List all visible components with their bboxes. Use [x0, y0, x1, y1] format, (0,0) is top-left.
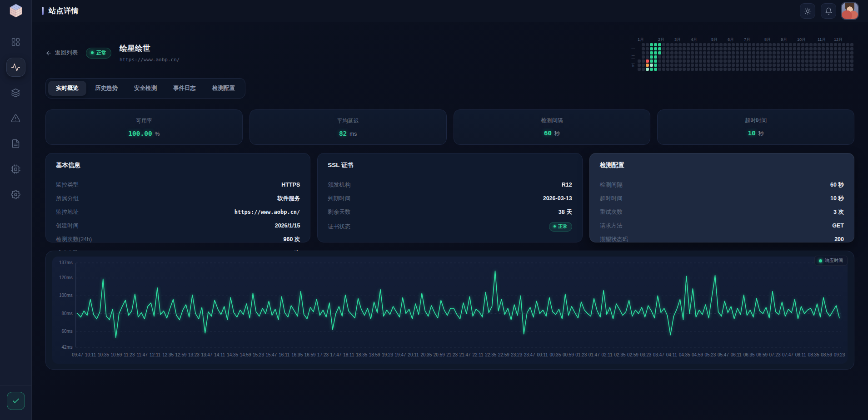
heatmap-cell[interactable]: [748, 47, 751, 50]
heatmap-cell[interactable]: [736, 68, 739, 71]
heatmap-cell[interactable]: [736, 43, 739, 46]
heatmap-cell[interactable]: [715, 43, 718, 46]
heatmap-cell[interactable]: [842, 47, 845, 50]
heatmap-cell[interactable]: [703, 51, 706, 54]
app-logo-cube[interactable]: [0, 0, 32, 22]
heatmap-cell[interactable]: [662, 55, 665, 59]
heatmap-cell[interactable]: [801, 59, 804, 63]
heatmap-cell[interactable]: [666, 64, 669, 67]
heatmap-cell[interactable]: [674, 55, 678, 59]
heatmap-cell[interactable]: [666, 68, 669, 71]
heatmap-cell[interactable]: [777, 59, 780, 63]
heatmap-cell[interactable]: [785, 47, 788, 50]
sidebar-item-monitors[interactable]: [6, 58, 25, 77]
heatmap-cell[interactable]: [695, 59, 698, 63]
heatmap-cell[interactable]: [711, 43, 714, 46]
heatmap-cell[interactable]: [723, 51, 727, 54]
heatmap-cell[interactable]: [756, 43, 759, 46]
heatmap-cell[interactable]: [646, 59, 649, 63]
heatmap-cell[interactable]: [752, 68, 755, 71]
heatmap-cell[interactable]: [842, 43, 845, 46]
heatmap-cell[interactable]: [646, 47, 649, 50]
heatmap-cell[interactable]: [764, 68, 768, 71]
heatmap-cell[interactable]: [846, 47, 849, 50]
heatmap-cell[interactable]: [732, 51, 735, 54]
heatmap-cell[interactable]: [813, 43, 817, 46]
heatmap-cell[interactable]: [764, 43, 768, 46]
heatmap-cell[interactable]: [789, 64, 792, 67]
heatmap-cell[interactable]: [842, 51, 845, 54]
heatmap-cell[interactable]: [670, 51, 673, 54]
heatmap-cell[interactable]: [760, 51, 763, 54]
heatmap-cell[interactable]: [785, 51, 788, 54]
heatmap-cell[interactable]: [740, 59, 743, 63]
heatmap-cell[interactable]: [773, 55, 776, 59]
heatmap-cell[interactable]: [813, 47, 817, 50]
heatmap-cell[interactable]: [838, 59, 841, 63]
heatmap-cell[interactable]: [703, 64, 706, 67]
heatmap-cell[interactable]: [658, 55, 661, 59]
heatmap-cell[interactable]: [842, 55, 845, 59]
heatmap-cell[interactable]: [826, 43, 829, 46]
heatmap-cell[interactable]: [670, 59, 673, 63]
heatmap-cell[interactable]: [646, 64, 649, 67]
heatmap-cell[interactable]: [699, 43, 702, 46]
heatmap-cell[interactable]: [822, 59, 825, 63]
heatmap-cell[interactable]: [834, 59, 837, 63]
heatmap-cell[interactable]: [809, 47, 813, 50]
heatmap-cell[interactable]: [756, 59, 759, 63]
user-avatar[interactable]: [842, 3, 858, 19]
heatmap-cell[interactable]: [662, 68, 665, 71]
heatmap-cell[interactable]: [666, 47, 669, 50]
heatmap-cell[interactable]: [842, 68, 845, 71]
heatmap-cell[interactable]: [793, 68, 796, 71]
heatmap-cell[interactable]: [670, 47, 673, 50]
heatmap-cell[interactable]: [683, 64, 686, 67]
heatmap-cell[interactable]: [752, 64, 755, 67]
sidebar-item-dashboard[interactable]: [6, 32, 25, 51]
heatmap-cell[interactable]: [662, 47, 665, 50]
heatmap-cell[interactable]: [732, 64, 735, 67]
heatmap-cell[interactable]: [838, 43, 841, 46]
heatmap-cell[interactable]: [818, 55, 821, 59]
heatmap-cell[interactable]: [670, 43, 673, 46]
heatmap-cell[interactable]: [748, 59, 751, 63]
heatmap-cell[interactable]: [846, 43, 849, 46]
heatmap-cell[interactable]: [642, 64, 645, 67]
heatmap-cell[interactable]: [850, 68, 853, 71]
heatmap-cell[interactable]: [846, 55, 849, 59]
heatmap-cell[interactable]: [777, 47, 780, 50]
heatmap-cell[interactable]: [834, 51, 837, 54]
heatmap-cell[interactable]: [699, 47, 702, 50]
heatmap-cell[interactable]: [678, 59, 682, 63]
heatmap-cell[interactable]: [707, 47, 710, 50]
heatmap-cell[interactable]: [666, 59, 669, 63]
heatmap-cell[interactable]: [748, 64, 751, 67]
heatmap-cell[interactable]: [826, 47, 829, 50]
heatmap-cell[interactable]: [809, 51, 813, 54]
heatmap-cell[interactable]: [768, 64, 772, 67]
heatmap-cell[interactable]: [813, 51, 817, 54]
sidebar-item-settings[interactable]: [6, 185, 25, 204]
heatmap-cell[interactable]: [797, 64, 800, 67]
heatmap-cell[interactable]: [768, 47, 772, 50]
heatmap-cell[interactable]: [830, 59, 833, 63]
heatmap-cell[interactable]: [744, 68, 747, 71]
heatmap-cell[interactable]: [687, 68, 690, 71]
heatmap-cell[interactable]: [797, 55, 800, 59]
heatmap-cell[interactable]: [838, 51, 841, 54]
heatmap-cell[interactable]: [740, 43, 743, 46]
heatmap-cell[interactable]: [781, 64, 784, 67]
heatmap-cell[interactable]: [703, 55, 706, 59]
heatmap-cell[interactable]: [781, 59, 784, 63]
heatmap-cell[interactable]: [756, 47, 759, 50]
heatmap-cell[interactable]: [654, 68, 657, 71]
heatmap-cell[interactable]: [826, 68, 829, 71]
heatmap-cell[interactable]: [797, 43, 800, 46]
heatmap-cell[interactable]: [764, 64, 768, 67]
heatmap-cell[interactable]: [658, 68, 661, 71]
heatmap-cell[interactable]: [691, 47, 694, 50]
heatmap-cell[interactable]: [813, 64, 817, 67]
heatmap-cell[interactable]: [789, 47, 792, 50]
heatmap-cell[interactable]: [822, 55, 825, 59]
